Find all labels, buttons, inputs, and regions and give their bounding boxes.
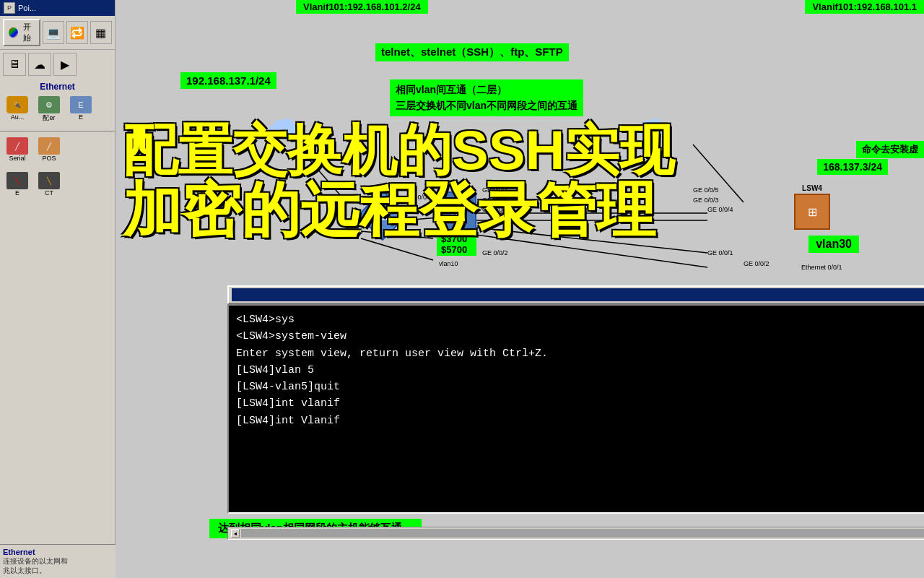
banner-vlan: 相同vlan间互通（二层） 三层交换机不同vlan不同网段之间的互通 (390, 79, 583, 116)
terminal-body-wrapper: <LSW4>sys <LSW4>system-view Enter system… (227, 304, 924, 527)
terminal-titlebar: ─ □ ✕ (227, 285, 924, 304)
terminal-window[interactable]: ─ □ ✕ <LSW4>sys <LSW4>system-view Enter … (227, 285, 924, 531)
device-e[interactable]: E E (66, 96, 95, 125)
terminal-bottom-scrollbar[interactable]: ◄ ► (227, 527, 924, 540)
toolbar-row2: 🖥 ☁ ▶ (0, 50, 115, 79)
sidebar-title: Poi... (18, 4, 36, 12)
device-auto-icon: 🔌 (6, 96, 28, 113)
devices-row-3: ╲ E ╲ CT (0, 169, 115, 204)
toolbar-icon-4[interactable]: 🖥 (3, 53, 26, 76)
port-ge002-lsw4: GE 0/0/2 (744, 260, 770, 267)
banner-vlan-line2: 三层交换机不同vlan不同网段之间的互通 (396, 98, 578, 113)
toolbar-icon-1[interactable]: 💻 (43, 21, 64, 44)
sidebar: P Poi... 开始 💻 🔁 ▦ 🖥 ☁ ▶ Ethernet 🔌 Au...… (0, 0, 116, 578)
device-auto-label: Au... (11, 113, 25, 121)
terminal-content: <LSW4>sys <LSW4>system-view Enter system… (236, 311, 924, 429)
devices-row-1: 🔌 Au... ⚙ 配er E E (0, 93, 115, 128)
device-serial-label: Serial (9, 155, 25, 162)
device-pos-icon: ╱ (38, 137, 60, 155)
device-serial[interactable]: ╱ Serial (3, 137, 32, 166)
device-pos-label: POS (42, 155, 56, 162)
device-config-label: 配er (43, 113, 55, 123)
terminal-titlebar-text (232, 288, 924, 301)
device-ct-icon: ╲ (38, 172, 60, 189)
device-e-icon: E (70, 96, 92, 113)
toolbar: 开始 💻 🔁 ▦ (0, 16, 115, 50)
port-ge001-lsw4: GE 0/0/1 (707, 249, 733, 256)
device-e2-icon: ╲ (6, 172, 28, 189)
device-auto[interactable]: 🔌 Au... (3, 96, 32, 125)
toolbar-icon-6[interactable]: ▶ (53, 53, 77, 76)
sidebar-status: Ethernet 连接设备的以太网和兆以太接口。 (0, 544, 116, 578)
banner-ip: 192.168.137.1/24 (180, 72, 276, 89)
port-ge002: GE 0/0/2 (482, 249, 508, 256)
device-e2[interactable]: ╲ E (3, 172, 32, 201)
port-eth-lsw4: Ethernet 0/0/1 (801, 264, 842, 271)
device-e2-label: E (15, 189, 19, 197)
banner-vlanif-left: Vlanif101:192.168.101.2/24 (296, 0, 428, 14)
sidebar-status-title: Ethernet (3, 548, 113, 556)
sidebar-divider (0, 131, 115, 131)
sidebar-icon: P (4, 2, 15, 14)
hscroll-left-btn[interactable]: ◄ (231, 529, 240, 538)
ethernet-section-label: Ethernet (0, 79, 115, 93)
sidebar-status-desc: 连接设备的以太网和兆以太接口。 (3, 556, 113, 575)
s3700-line2: $5700 (441, 244, 472, 255)
banner-ssh: telnet、stelnet（SSH）、ftp、SFTP (375, 43, 569, 61)
device-serial-icon: ╱ (6, 137, 28, 155)
devices-row-2: ╱ Serial ╱ POS (0, 134, 115, 169)
title-line2: 加密的远程登录管理 (116, 181, 910, 240)
device-pos[interactable]: ╱ POS (35, 137, 64, 166)
sidebar-titlebar: P Poi... (0, 0, 115, 16)
device-config-icon: ⚙ (38, 96, 60, 113)
title-line1: 配置交换机的SSH实现 (116, 123, 910, 178)
banner-vlanif-right: Vlanif101:192.168.101.1 (805, 0, 924, 14)
device-config[interactable]: ⚙ 配er (35, 96, 64, 125)
start-label: 开始 (19, 22, 35, 43)
network-area: Vlanif101:192.168.101.2/24 Vlanif101:192… (116, 0, 924, 578)
device-e-label: E (79, 113, 83, 121)
port-vlan10: vlan10 (439, 260, 458, 267)
terminal-body[interactable]: <LSW4>sys <LSW4>system-view Enter system… (227, 304, 924, 514)
title-overlay: 配置交换机的SSH实现 加密的远程登录管理 (116, 123, 910, 240)
toolbar-icon-2[interactable]: 🔁 (66, 21, 88, 44)
hscroll-track[interactable] (241, 529, 924, 538)
toolbar-icon-3[interactable]: ▦ (90, 21, 112, 44)
toolbar-icon-5[interactable]: ☁ (28, 53, 51, 76)
device-ct[interactable]: ╲ CT (35, 172, 64, 201)
device-ct-label: CT (45, 189, 53, 197)
start-button[interactable]: 开始 (3, 19, 40, 46)
banner-vlan-line1: 相同vlan间互通（二层） (396, 82, 578, 98)
start-icon (9, 27, 18, 38)
